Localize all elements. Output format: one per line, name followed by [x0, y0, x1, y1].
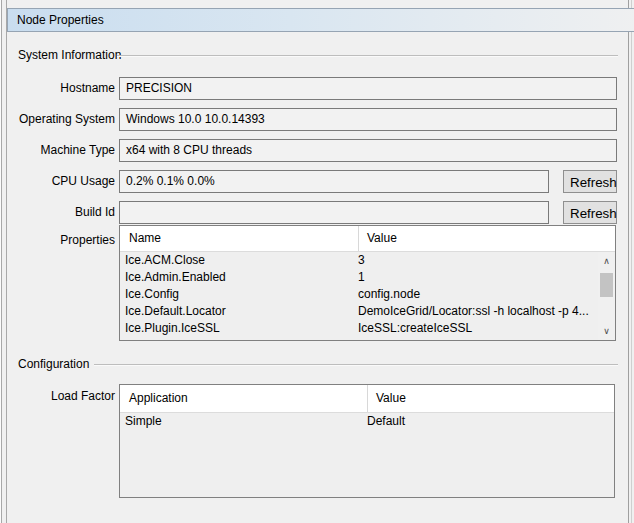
- operating-system-label: Operating System: [0, 112, 115, 126]
- cell-value: IceSSL:createIceSSL: [358, 320, 472, 337]
- column-header-name: Name: [129, 226, 161, 251]
- build-id-refresh-button[interactable]: Refresh: [563, 201, 617, 224]
- cell-value: DemoIceGrid/Locator:ssl -h localhost -p …: [358, 303, 589, 320]
- build-id-field[interactable]: [119, 201, 549, 224]
- properties-table: Name Value Ice.ACM.Close 3 Ice.Admin.Ena…: [119, 225, 616, 341]
- cell-name: Ice.Plugin.IceSSL: [125, 320, 220, 337]
- panel-right-border: [628, 0, 629, 523]
- cell-value: Node: [358, 337, 387, 340]
- properties-label: Properties: [0, 233, 115, 247]
- operating-system-field[interactable]: Windows 10.0 10.0.14393: [119, 108, 617, 131]
- cell-value: config.node: [358, 286, 420, 303]
- scrollbar-thumb[interactable]: [600, 273, 613, 297]
- hostname-label: Hostname: [0, 81, 115, 95]
- cell-name: Ice.ProgramName: [125, 337, 222, 340]
- table-row[interactable]: Ice.Plugin.IceSSL IceSSL:createIceSSL: [120, 320, 615, 337]
- build-id-label: Build Id: [0, 205, 115, 219]
- hostname-field[interactable]: PRECISION: [119, 77, 617, 100]
- cpu-usage-label: CPU Usage: [0, 174, 115, 188]
- cell-name: Ice.Config: [125, 286, 179, 303]
- cell-name: Ice.ACM.Close: [125, 252, 205, 269]
- column-header-application: Application: [129, 385, 188, 412]
- section-title-system-information: System Information: [18, 48, 121, 62]
- table-row[interactable]: Ice.Admin.Enabled 1: [120, 269, 615, 286]
- panel-title: Node Properties: [17, 13, 104, 27]
- cell-name: Ice.Default.Locator: [125, 303, 226, 320]
- cpu-usage-refresh-button[interactable]: Refresh: [563, 170, 617, 193]
- load-factor-table: Application Value Simple Default: [119, 384, 615, 498]
- scroll-down-icon[interactable]: ∨: [598, 323, 615, 339]
- column-header-value: Value: [358, 226, 397, 251]
- panel-header: Node Properties: [7, 8, 634, 32]
- properties-table-body: Ice.ACM.Close 3 Ice.Admin.Enabled 1 Ice.…: [120, 252, 615, 340]
- table-row[interactable]: Ice.Config config.node: [120, 286, 615, 303]
- split-divider-line-left[interactable]: [1, 0, 2, 523]
- section-separator: [94, 364, 618, 366]
- cpu-usage-field[interactable]: 0.2% 0.1% 0.0%: [119, 170, 549, 193]
- cell-value: Default: [367, 413, 405, 430]
- node-properties-panel: Node Properties System Information Hostn…: [0, 0, 634, 523]
- panel-right-shadow: [631, 0, 632, 523]
- cell-name: Ice.Admin.Enabled: [125, 269, 226, 286]
- column-header-value: Value: [367, 385, 406, 412]
- table-row[interactable]: Simple Default: [120, 413, 614, 430]
- table-row-clipped[interactable]: Ice.ProgramName Node: [120, 337, 615, 340]
- load-factor-table-header: Application Value: [120, 385, 614, 413]
- machine-type-label: Machine Type: [0, 143, 115, 157]
- cell-value: 3: [358, 252, 365, 269]
- table-row[interactable]: Ice.Default.Locator DemoIceGrid/Locator:…: [120, 303, 615, 320]
- cell-application: Simple: [125, 413, 162, 430]
- load-factor-label: Load Factor: [0, 389, 115, 403]
- cell-value: 1: [358, 269, 365, 286]
- split-divider-line-right[interactable]: [6, 0, 7, 523]
- section-title-configuration: Configuration: [18, 357, 89, 371]
- load-factor-table-body: Simple Default: [120, 413, 614, 497]
- properties-table-header: Name Value: [120, 226, 615, 252]
- vertical-scrollbar[interactable]: ∧ ∨: [598, 252, 615, 340]
- machine-type-field[interactable]: x64 with 8 CPU threads: [119, 139, 617, 162]
- section-separator: [117, 55, 618, 57]
- scroll-up-icon[interactable]: ∧: [598, 253, 615, 269]
- table-row[interactable]: Ice.ACM.Close 3: [120, 252, 615, 269]
